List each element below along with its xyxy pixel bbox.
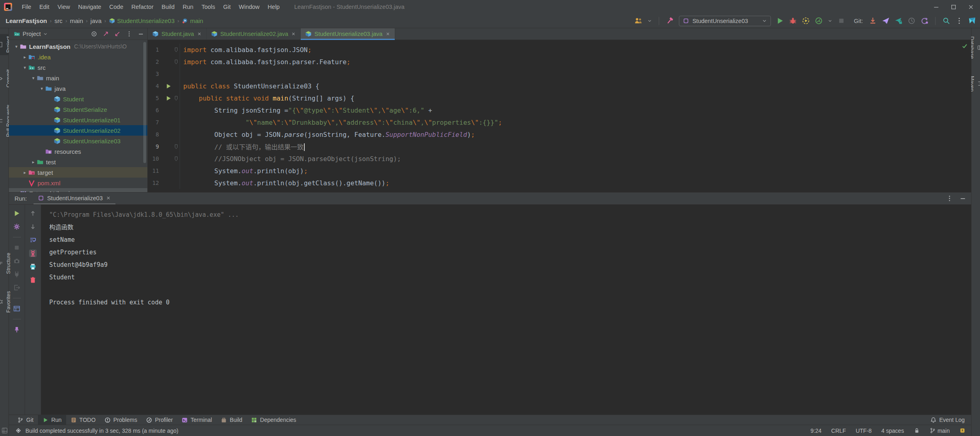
project-tree-scrollbar[interactable] bbox=[143, 42, 146, 163]
tree-item-main[interactable]: ▾main bbox=[9, 73, 147, 83]
fold-region-icon[interactable] bbox=[174, 96, 179, 101]
breadcrumb-item-main[interactable]: main bbox=[70, 17, 83, 24]
event-log-button[interactable]: Event Log bbox=[930, 415, 971, 425]
rerun-icon[interactable] bbox=[13, 210, 21, 217]
breadcrumb-item-studentunserialize03[interactable]: StudentUnserialize03 bbox=[109, 17, 175, 24]
toolwindow-button-dependencies[interactable]: Dependencies bbox=[247, 415, 301, 425]
tree-item-java[interactable]: ▾java bbox=[9, 83, 147, 94]
notifications-icon[interactable] bbox=[959, 428, 965, 434]
tree-chevron-icon[interactable]: ▸ bbox=[13, 191, 20, 193]
inspections-ok-icon[interactable] bbox=[961, 43, 968, 49]
toolwindow-button-git[interactable]: Git bbox=[13, 415, 38, 425]
menu-item-window[interactable]: Window bbox=[235, 4, 264, 10]
tree-item-studentunserialize02[interactable]: StudentUnserialize02 bbox=[9, 125, 147, 136]
toolwindow-button-favorites[interactable]: Favorites bbox=[0, 289, 12, 315]
close-icon[interactable] bbox=[106, 195, 111, 201]
collapse-all-icon[interactable] bbox=[114, 31, 121, 37]
menu-item-run[interactable]: Run bbox=[179, 4, 198, 10]
down-stack-icon[interactable] bbox=[29, 223, 37, 231]
tree-item-src[interactable]: ▾src bbox=[9, 62, 147, 73]
toolwindow-button-profiler[interactable]: Profiler bbox=[142, 415, 177, 425]
attach-plug-icon[interactable] bbox=[13, 270, 21, 278]
menu-item-tools[interactable]: Tools bbox=[197, 4, 219, 10]
editor-tab-studentunserialize02-java[interactable]: StudentUnserialize02.java bbox=[207, 28, 301, 40]
pin-icon[interactable] bbox=[13, 326, 21, 333]
menu-item-file[interactable]: File bbox=[18, 4, 35, 10]
menu-item-git[interactable]: Git bbox=[219, 4, 235, 10]
git-update-project-icon[interactable] bbox=[869, 17, 877, 25]
more-options-icon[interactable] bbox=[946, 195, 953, 202]
tree-item-resources[interactable]: resources bbox=[9, 146, 147, 157]
editor-tab-student-java[interactable]: Student.java bbox=[148, 28, 207, 40]
tree-chevron-icon[interactable]: ▾ bbox=[13, 44, 20, 49]
caret-position[interactable]: 9:24 bbox=[810, 428, 821, 434]
close-tab-icon[interactable] bbox=[291, 31, 296, 36]
settings-gear-icon[interactable] bbox=[13, 223, 21, 231]
status-message[interactable]: Build completed successfully in 3 sec, 3… bbox=[25, 428, 178, 434]
toolwindow-button-problems[interactable]: Problems bbox=[100, 415, 142, 425]
chevron-down-icon[interactable] bbox=[647, 17, 652, 25]
run-configuration-select[interactable]: StudentUnserialize03 bbox=[679, 16, 771, 26]
breadcrumb-item-main[interactable]: main bbox=[182, 17, 203, 24]
menu-item-refactor[interactable]: Refactor bbox=[127, 4, 157, 10]
soft-wrap-icon[interactable] bbox=[29, 236, 37, 244]
more-options-icon[interactable] bbox=[126, 31, 132, 37]
chevron-down-icon[interactable] bbox=[43, 31, 48, 37]
tree-item-test[interactable]: ▸test bbox=[9, 157, 147, 167]
tree-item-external-libraries[interactable]: ▸External Libraries bbox=[9, 188, 147, 192]
run-button-icon[interactable] bbox=[776, 17, 784, 25]
restore-layout-icon[interactable] bbox=[13, 305, 21, 312]
history-icon[interactable] bbox=[908, 17, 915, 25]
chevron-down-icon[interactable] bbox=[828, 17, 832, 25]
profiler-icon[interactable] bbox=[815, 17, 823, 25]
file-encoding[interactable]: UTF-8 bbox=[856, 428, 872, 434]
git-push-icon[interactable] bbox=[882, 17, 890, 25]
hide-panel-icon[interactable] bbox=[138, 31, 144, 37]
collaboration-users-icon[interactable] bbox=[634, 17, 642, 25]
menu-item-help[interactable]: Help bbox=[264, 4, 284, 10]
toolwindow-button-todo[interactable]: TODO bbox=[66, 415, 100, 425]
run-with-coverage-icon[interactable] bbox=[802, 17, 810, 25]
tree-item-studentunserialize03[interactable]: StudentUnserialize03 bbox=[9, 136, 147, 146]
tree-item-pom-xml[interactable]: pom.xml bbox=[9, 178, 147, 188]
run-line-icon[interactable] bbox=[165, 95, 172, 101]
menu-item-build[interactable]: Build bbox=[157, 4, 178, 10]
locate-file-icon[interactable] bbox=[91, 31, 97, 37]
menu-item-view[interactable]: View bbox=[53, 4, 74, 10]
fold-region-icon[interactable] bbox=[174, 59, 179, 65]
fold-region-icon[interactable] bbox=[174, 144, 179, 149]
tree-item-target[interactable]: ▸target bbox=[9, 167, 147, 178]
tree-item-learnfastjson[interactable]: ▾LearnFastjsonC:\Users\VanHurts\O bbox=[9, 41, 147, 52]
git-commit-icon[interactable] bbox=[895, 17, 903, 25]
search-everywhere-icon[interactable] bbox=[942, 17, 950, 25]
editor-tab-studentunserialize03-java[interactable]: StudentUnserialize03.java bbox=[301, 28, 395, 40]
read-only-lock-icon[interactable] bbox=[914, 428, 920, 434]
git-rollback-icon[interactable] bbox=[921, 17, 928, 25]
tree-chevron-icon[interactable]: ▾ bbox=[38, 86, 45, 91]
close-tab-icon[interactable] bbox=[197, 31, 202, 36]
tree-chevron-icon[interactable]: ▾ bbox=[21, 65, 28, 70]
breadcrumb-item-java[interactable]: java bbox=[90, 17, 102, 24]
scroll-to-end-icon[interactable] bbox=[29, 249, 37, 257]
more-options-icon[interactable] bbox=[955, 17, 963, 25]
hide-panel-icon[interactable] bbox=[959, 195, 966, 202]
toolwindow-button-structure[interactable]: Structure bbox=[0, 250, 12, 277]
tree-chevron-icon[interactable]: ▸ bbox=[21, 55, 28, 60]
build-hammer-icon[interactable] bbox=[666, 17, 674, 25]
maximize-window-icon[interactable] bbox=[950, 4, 957, 10]
close-window-icon[interactable] bbox=[967, 4, 974, 10]
print-icon[interactable] bbox=[29, 263, 37, 270]
project-panel-title[interactable]: Project bbox=[23, 31, 41, 37]
toolwindow-button-build[interactable]: Build bbox=[216, 415, 247, 425]
thread-dump-camera-icon[interactable] bbox=[13, 257, 21, 265]
expand-all-icon[interactable] bbox=[103, 31, 109, 37]
toolwindow-button-run[interactable]: Run bbox=[38, 415, 66, 425]
clear-all-icon[interactable] bbox=[29, 276, 37, 284]
breadcrumb-item-src[interactable]: src bbox=[54, 17, 63, 24]
breadcrumb-item-learnfastjson[interactable]: LearnFastjson bbox=[6, 17, 47, 24]
tree-item-studentunserialize01[interactable]: StudentUnserialize01 bbox=[9, 115, 147, 125]
toolwindow-quick-access-icon[interactable] bbox=[2, 428, 8, 434]
tree-chevron-icon[interactable]: ▾ bbox=[30, 75, 37, 81]
close-tab-icon[interactable] bbox=[385, 31, 390, 36]
export-icon[interactable] bbox=[13, 284, 21, 291]
